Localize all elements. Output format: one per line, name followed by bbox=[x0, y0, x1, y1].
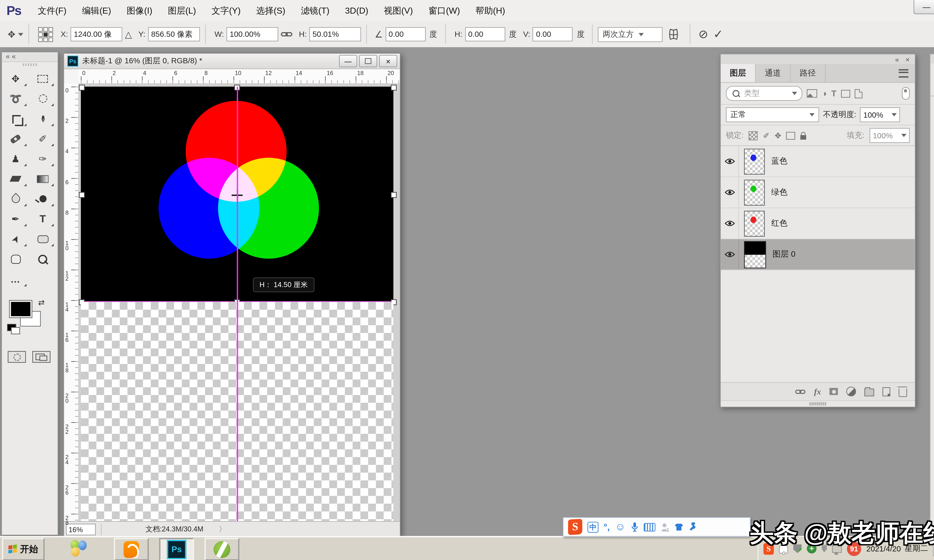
lock-all-icon[interactable] bbox=[801, 135, 806, 139]
panel-close-icon[interactable]: × bbox=[906, 55, 910, 63]
lock-artboard-icon[interactable] bbox=[786, 132, 795, 140]
brush-tool[interactable]: ✐ bbox=[29, 129, 56, 149]
layer-name[interactable]: 图层 0 bbox=[772, 249, 795, 260]
delete-layer-icon[interactable] bbox=[899, 388, 907, 397]
quick-selection-tool[interactable] bbox=[29, 89, 56, 109]
tab-channels[interactable]: 通道 bbox=[755, 64, 791, 82]
move-tool[interactable]: ✥ bbox=[2, 69, 29, 88]
layer-style-icon[interactable]: fx bbox=[814, 386, 821, 397]
blur-tool[interactable] bbox=[2, 189, 29, 209]
quick-mask-button[interactable] bbox=[8, 351, 26, 363]
taskbar-app-photoshop-active[interactable]: Ps bbox=[159, 538, 194, 560]
menu-filter[interactable]: 滤镜(T) bbox=[293, 0, 337, 21]
warp-mode-icon[interactable] bbox=[668, 28, 680, 41]
ime-keyboard-icon[interactable] bbox=[644, 523, 655, 531]
toolbox-collapse-button[interactable]: « « bbox=[2, 52, 57, 62]
zoom-tool[interactable] bbox=[29, 249, 56, 269]
default-colors-icon[interactable] bbox=[7, 324, 16, 331]
filter-adjustment-layers-icon[interactable]: ◑ bbox=[822, 89, 827, 98]
y-position-field[interactable] bbox=[148, 27, 200, 41]
pen-tool[interactable]: ✒ bbox=[2, 209, 29, 229]
lock-transparency-icon[interactable] bbox=[749, 131, 758, 140]
reference-point-locator[interactable] bbox=[38, 27, 53, 42]
taskbar-app-circles[interactable] bbox=[62, 538, 94, 558]
layer-filter-type-dropdown[interactable]: 类型 bbox=[726, 86, 802, 101]
layer-row-red[interactable]: 红色 bbox=[721, 208, 915, 239]
edit-toolbar-button[interactable]: … bbox=[2, 269, 29, 289]
menu-help[interactable]: 帮助(H) bbox=[468, 0, 513, 21]
document-titlebar[interactable]: Ps 未标题-1 @ 16% (图层 0, RGB/8) * — × bbox=[64, 54, 400, 69]
screen-mode-button[interactable] bbox=[32, 351, 51, 363]
type-tool[interactable]: T bbox=[29, 209, 56, 229]
visibility-toggle[interactable] bbox=[721, 146, 739, 177]
start-button[interactable]: 开始 bbox=[2, 538, 45, 560]
status-expand-icon[interactable]: 〉 bbox=[219, 525, 226, 534]
width-scale-field[interactable] bbox=[227, 27, 278, 41]
crop-tool[interactable] bbox=[2, 109, 29, 129]
vertical-ruler[interactable]: 0 2 4 6 8 10 12 14 16 18 20 22 24 26 28 bbox=[64, 83, 79, 521]
horizontal-ruler[interactable]: 0 2 4 6 8 10 12 14 16 18 20 bbox=[78, 69, 400, 84]
panel-collapse-icon[interactable]: « bbox=[895, 55, 899, 63]
doc-close-button[interactable]: × bbox=[379, 55, 397, 67]
panel-resize-grip[interactable] bbox=[721, 400, 915, 407]
x-position-field[interactable] bbox=[71, 27, 122, 41]
layer-filtering-toggle[interactable] bbox=[902, 88, 910, 100]
doc-minimize-button[interactable]: — bbox=[339, 55, 357, 67]
filter-smart-objects-icon[interactable] bbox=[855, 89, 862, 98]
dock-grip[interactable] bbox=[931, 63, 934, 70]
menu-view[interactable]: 视图(V) bbox=[376, 0, 421, 21]
tab-layers[interactable]: 图层 bbox=[721, 64, 755, 82]
transform-handle-ml[interactable] bbox=[79, 192, 85, 198]
gradient-tool[interactable] bbox=[29, 169, 56, 189]
layer-thumbnail[interactable] bbox=[744, 241, 766, 268]
menu-image[interactable]: 图像(I) bbox=[119, 0, 160, 21]
opacity-field[interactable]: 100% bbox=[860, 107, 900, 122]
filter-pixel-layers-icon[interactable] bbox=[807, 89, 817, 98]
toolbox-grip[interactable] bbox=[2, 62, 57, 69]
add-layer-mask-icon[interactable] bbox=[829, 388, 838, 395]
sogou-logo[interactable]: S bbox=[568, 519, 582, 535]
ime-toolbox-icon[interactable] bbox=[688, 523, 697, 531]
minimize-button[interactable]: — bbox=[914, 0, 934, 14]
tool-preset-picker[interactable]: ✥ bbox=[5, 29, 23, 39]
ruler-corner[interactable] bbox=[64, 69, 79, 84]
rotation-field[interactable] bbox=[385, 27, 425, 41]
layer-thumbnail[interactable] bbox=[744, 210, 765, 236]
new-group-icon[interactable] bbox=[864, 389, 874, 397]
menu-window[interactable]: 窗口(W) bbox=[421, 0, 468, 21]
foreground-color-swatch[interactable] bbox=[10, 301, 32, 317]
height-scale-field[interactable] bbox=[309, 27, 361, 41]
doc-maximize-button[interactable] bbox=[359, 55, 377, 67]
ime-chinese-mode[interactable]: 中 bbox=[587, 522, 598, 532]
adjustment-layer-icon[interactable] bbox=[846, 386, 856, 396]
relative-position-icon[interactable]: △ bbox=[125, 29, 132, 39]
lasso-tool[interactable]: ➰ bbox=[2, 89, 29, 109]
commit-transform-button[interactable]: ✓ bbox=[714, 27, 723, 41]
v-skew-field[interactable] bbox=[533, 27, 573, 41]
eraser-tool[interactable] bbox=[2, 169, 29, 189]
healing-brush-tool[interactable] bbox=[2, 129, 29, 149]
shape-tool[interactable] bbox=[29, 229, 56, 249]
taskbar-app-coreldraw[interactable] bbox=[204, 538, 239, 560]
history-brush-tool[interactable]: ✑ bbox=[29, 149, 56, 169]
lock-position-icon[interactable]: ✥ bbox=[775, 131, 781, 140]
panel-menu-icon[interactable] bbox=[899, 69, 908, 77]
lock-paint-icon[interactable]: ✐ bbox=[763, 131, 770, 140]
link-dimensions-icon[interactable] bbox=[281, 31, 292, 38]
layer-thumbnail[interactable] bbox=[744, 148, 765, 174]
menu-type[interactable]: 文字(Y) bbox=[204, 0, 248, 21]
menu-select[interactable]: 选择(S) bbox=[248, 0, 293, 21]
ime-account-icon[interactable]: 1 bbox=[661, 522, 669, 532]
ime-microphone-icon[interactable] bbox=[630, 522, 638, 532]
eyedropper-tool[interactable]: ✒ bbox=[29, 109, 56, 129]
path-selection-tool[interactable]: ➤ bbox=[2, 229, 29, 249]
transform-handle-mr[interactable] bbox=[391, 192, 396, 198]
marquee-tool[interactable] bbox=[29, 69, 56, 88]
canvas-viewport[interactable]: H： 14.50 厘米 bbox=[78, 83, 400, 521]
layer-name[interactable]: 红色 bbox=[771, 218, 788, 229]
layer-row-layer0-selected[interactable]: 图层 0 bbox=[721, 239, 915, 270]
collapsed-panel-button[interactable] bbox=[931, 70, 934, 93]
filter-shape-layers-icon[interactable] bbox=[841, 89, 850, 97]
menu-edit[interactable]: 编辑(E) bbox=[74, 0, 119, 21]
vertical-guide[interactable] bbox=[237, 87, 238, 521]
